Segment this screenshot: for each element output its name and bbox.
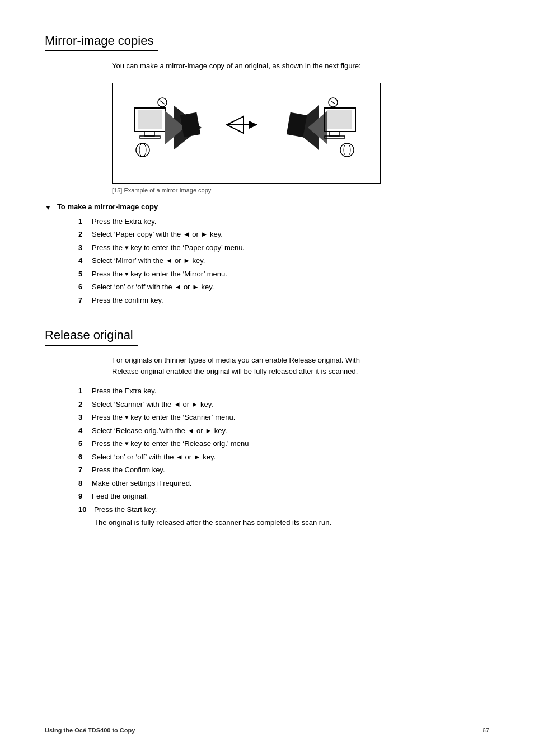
svg-rect-2 — [140, 136, 160, 138]
step-3: 3 Press the ▾ key to enter the ‘Paper co… — [78, 242, 489, 253]
release-step-text-9: Feed the original. — [92, 491, 489, 502]
release-step-num-4: 4 — [78, 425, 92, 436]
svg-point-22 — [139, 143, 146, 157]
release-step-text-7: Press the Confirm key. — [92, 464, 489, 476]
step-2: 2 Select ‘Paper copy’ with the ◄ or ► ke… — [78, 229, 489, 240]
step-6: 6 Select ‘on’ or ‘off with the ◄ or ► ke… — [78, 281, 489, 293]
subsection-title: To make a mirror-image copy — [57, 203, 158, 211]
step-num-5: 5 — [78, 269, 92, 280]
release-intro: For originals on thinner types of media … — [112, 355, 425, 377]
release-step-1: 1 Press the Extra key. — [78, 386, 489, 397]
svg-point-24 — [344, 143, 350, 157]
step-num-6: 6 — [78, 281, 92, 293]
step-text-2: Select ‘Paper copy’ with the ◄ or ► key. — [92, 229, 489, 240]
step-5: 5 Press the ▾ key to enter the ‘Mirror’ … — [78, 269, 489, 280]
release-step-10: 10 Press the Start key. — [78, 504, 489, 515]
figure-caption: [15] Example of a mirror-image copy — [112, 187, 489, 194]
svg-marker-9 — [249, 121, 257, 129]
mirror-image-intro: You can make a mirror-image copy of an o… — [112, 60, 489, 72]
step-num-4: 4 — [78, 255, 92, 266]
mirror-steps-list: 1 Press the Extra key. 2 Select ‘Paper c… — [78, 216, 489, 306]
svg-point-23 — [340, 143, 354, 157]
release-step-num-6: 6 — [78, 452, 92, 463]
release-step-5: 5 Press the ▾ key to enter the ‘Release … — [78, 438, 489, 449]
release-step-6: 6 Select ‘on’ or ‘off’ with the ◄ or ► k… — [78, 452, 489, 463]
release-step-3: 3 Press the ▾ key to enter the ‘Scanner’… — [78, 412, 489, 423]
svg-line-18 — [160, 101, 165, 104]
release-step-text-3: Press the ▾ key to enter the ‘Scanner’ m… — [92, 412, 489, 423]
mirror-image-title: Mirror-image copies — [45, 34, 158, 51]
release-step-text-6: Select ‘on’ or ‘off’ with the ◄ or ► key… — [92, 452, 489, 463]
page-footer: Using the Océ TDS400 to Copy 67 — [45, 727, 489, 734]
step-num-3: 3 — [78, 242, 92, 253]
release-step-text-note: The original is fully released after the… — [94, 517, 489, 528]
release-step-num-10: 10 — [78, 504, 94, 515]
step-text-3: Press the ▾ key to enter the ‘Paper copy… — [92, 242, 489, 253]
release-step-num-2: 2 — [78, 399, 92, 410]
svg-rect-15 — [325, 136, 345, 138]
release-original-title: Release original — [45, 328, 138, 346]
step-num-7: 7 — [78, 295, 92, 306]
release-step-4: 4 Select ‘Release orig.’with the ◄ or ► … — [78, 425, 489, 436]
release-steps-list: 1 Press the Extra key. 2 Select ‘Scanner… — [78, 386, 489, 528]
svg-rect-16 — [327, 110, 352, 129]
release-step-num-9: 9 — [78, 491, 92, 502]
step-text-7: Press the confirm key. — [92, 295, 489, 306]
step-7: 7 Press the confirm key. — [78, 295, 489, 306]
release-intro-line2: Release original enabled the original wi… — [112, 367, 358, 375]
svg-rect-1 — [144, 132, 154, 136]
release-step-9: 9 Feed the original. — [78, 491, 489, 502]
release-step-7: 7 Press the Confirm key. — [78, 464, 489, 476]
mirror-image-svg — [124, 97, 369, 170]
svg-point-21 — [136, 143, 149, 157]
release-step-note: The original is fully released after the… — [78, 517, 489, 528]
svg-rect-3 — [138, 110, 162, 129]
release-original-section: Release original For originals on thinne… — [45, 328, 489, 528]
triangle-bullet-icon: ▼ — [45, 204, 51, 212]
release-step-text-4: Select ‘Release orig.’with the ◄ or ► ke… — [92, 425, 489, 436]
release-step-num-7: 7 — [78, 464, 92, 476]
step-text-5: Press the ▾ key to enter the ‘Mirror’ me… — [92, 269, 489, 280]
step-text-1: Press the Extra key. — [92, 216, 489, 227]
release-step-num-1: 1 — [78, 386, 92, 397]
step-num-2: 2 — [78, 229, 92, 240]
release-step-num-3: 3 — [78, 412, 92, 423]
subsection-header: ▼ To make a mirror-image copy — [45, 203, 489, 212]
step-1: 1 Press the Extra key. — [78, 216, 489, 227]
step-text-6: Select ‘on’ or ‘off with the ◄ or ► key. — [92, 281, 489, 293]
release-step-text-10: Press the Start key. — [94, 504, 489, 515]
release-step-num-8: 8 — [78, 478, 92, 489]
svg-line-20 — [331, 101, 335, 104]
release-step-text-2: Select ‘Scanner’ with the ◄ or ► key. — [92, 399, 489, 410]
step-4: 4 Select ‘Mirror’ with the ◄ or ► key. — [78, 255, 489, 266]
footer-label: Using the Océ TDS400 to Copy — [45, 727, 135, 734]
release-step-num-5: 5 — [78, 438, 92, 449]
release-step-8: 8 Make other settings if required. — [78, 478, 489, 489]
mirror-image-section: Mirror-image copies You can make a mirro… — [45, 34, 489, 306]
mirror-image-figure — [112, 83, 381, 184]
release-step-text-5: Press the ▾ key to enter the ‘Release or… — [92, 438, 489, 449]
release-step-text-1: Press the Extra key. — [92, 386, 489, 397]
release-intro-line1: For originals on thinner types of media … — [112, 356, 360, 364]
release-step-text-8: Make other settings if required. — [92, 478, 489, 489]
release-step-2: 2 Select ‘Scanner’ with the ◄ or ► key. — [78, 399, 489, 410]
footer-page-number: 67 — [483, 727, 489, 734]
svg-rect-14 — [329, 132, 339, 136]
step-text-4: Select ‘Mirror’ with the ◄ or ► key. — [92, 255, 489, 266]
step-num-1: 1 — [78, 216, 92, 227]
